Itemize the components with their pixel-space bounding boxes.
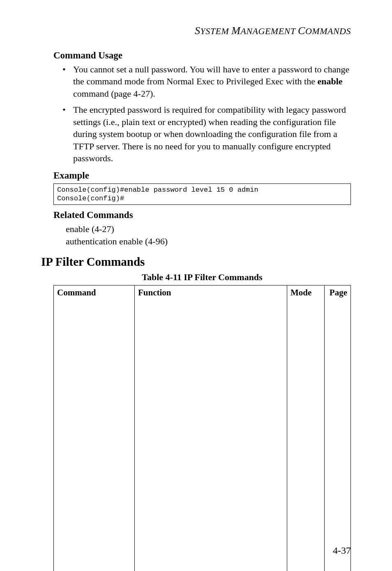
example-code-block: Console(config)#enable password level 15… [53,183,351,205]
usage-bullet-2: The encrypted password is required for c… [73,104,351,164]
running-head: SYSTEM MANAGEMENT COMMANDS [53,25,351,37]
col-header-mode: Mode [287,285,325,571]
runhead-system: YSTEM [201,26,229,36]
col-header-function: Function [135,285,287,571]
heading-ip-filter-commands: IP Filter Commands [41,255,351,269]
table-header-row: Command Function Mode Page [54,285,351,571]
usage-bullet-1-post: command (page 4-27). [73,88,155,99]
table-caption: Table 4-11 IP Filter Commands [53,272,351,283]
page-number: 4-37 [333,545,351,556]
related-line-2: authentication enable (4-96) [66,235,351,248]
related-line-1: enable (4-27) [66,223,351,235]
related-commands-block: enable (4-27) authentication enable (4-9… [66,223,351,247]
ip-filter-table: Command Function Mode Page management Co… [53,285,351,571]
usage-bullet-1: You cannot set a null password. You will… [73,63,351,100]
heading-example: Example [53,170,351,181]
heading-related-commands: Related Commands [53,210,351,221]
runhead-commands: OMMANDS [305,26,351,36]
usage-bullet-1-bold: enable [317,76,342,86]
col-header-command: Command [54,285,135,571]
usage-bullet-list: You cannot set a null password. You will… [53,63,351,165]
usage-bullet-1-pre: You cannot set a null password. You will… [73,64,349,86]
runhead-management: ANAGEMENT [240,26,295,36]
heading-command-usage: Command Usage [53,50,351,61]
col-header-page: Page [325,285,351,571]
